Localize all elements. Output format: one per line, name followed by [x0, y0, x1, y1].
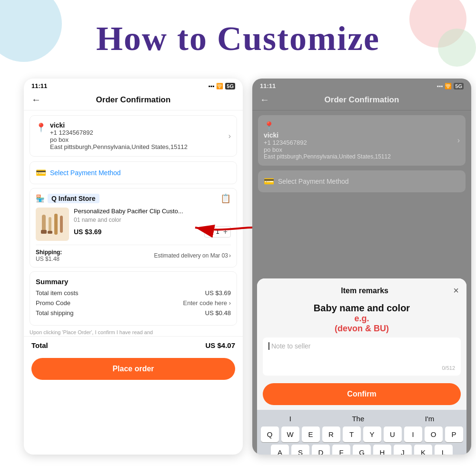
main-title: How to Customize: [0, 19, 476, 59]
suggestion-i[interactable]: I: [289, 415, 291, 423]
shipping-label: Shipping:: [36, 249, 62, 256]
right-address-info: vicki +1 1234567892 po box East pittsbur…: [264, 131, 391, 160]
product-price: US $3.69: [74, 228, 101, 236]
summary-items-row: Total item costs US $3.69: [36, 289, 231, 297]
right-address-section: 📍 vicki +1 1234567892 po box East pittsb…: [258, 115, 466, 166]
keyboard-suggestions: I The I'm: [259, 413, 465, 426]
confirm-button[interactable]: Confirm: [263, 383, 461, 405]
key-q[interactable]: Q: [261, 426, 279, 442]
note-edit-icon[interactable]: 📋: [220, 193, 231, 204]
key-s[interactable]: S: [291, 445, 309, 455]
right-wifi-icon: 🛜: [445, 83, 452, 89]
right-payment-label: Select Payment Method: [278, 178, 349, 185]
shipping-row: Shipping: US $1.48 Estimated delivery on…: [36, 245, 231, 262]
total-value: US $4.07: [205, 341, 235, 349]
right-address-arrow-icon: ›: [457, 136, 460, 145]
left-back-button[interactable]: ←: [31, 94, 41, 105]
left-payment-section[interactable]: 💳 Select Payment Method: [30, 161, 237, 184]
right-cell-icon: 5G: [454, 83, 464, 89]
modal-title: Item remarks: [276, 287, 453, 295]
right-address-phone: +1 1234567892: [264, 139, 391, 146]
left-status-icons: ▪▪▪ 🛜 5G: [208, 83, 235, 89]
annotation-main-text: Baby name and color: [265, 303, 459, 314]
key-y[interactable]: Y: [363, 426, 381, 442]
suggestion-the[interactable]: The: [352, 415, 364, 423]
svg-rect-3: [54, 214, 58, 235]
right-payment-section: 💳 Select Payment Method: [258, 170, 466, 192]
right-back-button[interactable]: ←: [260, 94, 269, 105]
key-o[interactable]: O: [425, 426, 443, 442]
key-l[interactable]: L: [435, 445, 453, 455]
key-e[interactable]: E: [302, 426, 320, 442]
red-arrow-annotation: [181, 213, 257, 244]
payment-icon: 💳: [36, 168, 46, 178]
summary-shipping-label: Total shipping: [36, 309, 74, 317]
left-nav-title: Order Confirmation: [41, 95, 226, 105]
location-icon: 📍: [36, 122, 46, 133]
key-g[interactable]: G: [353, 445, 371, 455]
key-a[interactable]: A: [271, 445, 289, 455]
modal-close-button[interactable]: ×: [453, 285, 459, 296]
annotation-eg-text: e.g. (devon & BU): [265, 314, 459, 334]
key-j[interactable]: J: [394, 445, 412, 455]
place-order-button[interactable]: Place order: [31, 358, 235, 380]
address-name: vicki: [50, 121, 188, 129]
address-street: po box: [50, 136, 188, 143]
left-summary-section: Summary Total item costs US $3.69 Promo …: [30, 271, 237, 326]
summary-promo-row[interactable]: Promo Code Enter code here ›: [36, 299, 231, 307]
key-w[interactable]: W: [281, 426, 299, 442]
keyboard: I The I'm Q W E R T Y U I O P A S D: [257, 410, 466, 455]
wifi-icon: 🛜: [216, 83, 223, 89]
left-status-bar: 11:11 ▪▪▪ 🛜 5G: [24, 79, 243, 91]
summary-items-value: US $3.69: [205, 289, 231, 297]
right-payment-icon: 💳: [264, 176, 274, 187]
product-image: [36, 208, 69, 241]
modal-textarea[interactable]: Note to seller 0/512: [263, 337, 461, 376]
char-count: 0/512: [442, 365, 455, 371]
store-name-wrapper: 🏪 Q Infant Store: [36, 194, 99, 203]
summary-promo-value: Enter code here ›: [183, 299, 231, 307]
right-nav-title: Order Confirmation: [269, 95, 454, 105]
address-info: vicki +1 1234567892 po box East pittsbur…: [50, 121, 188, 150]
left-time: 11:11: [31, 82, 47, 89]
key-u[interactable]: U: [384, 426, 402, 442]
phone-left: 11:11 ▪▪▪ 🛜 5G ← Order Confirmation 📍 vi…: [24, 79, 243, 455]
disclaimer-text: Upon clicking 'Place Order', I confirm I…: [30, 329, 237, 335]
store-header: 🏪 Q Infant Store 📋: [36, 193, 231, 204]
key-r[interactable]: R: [322, 426, 340, 442]
right-nav-bar: ← Order Confirmation: [252, 91, 471, 110]
keyboard-row-2: A S D F G H J K L: [259, 445, 465, 455]
key-h[interactable]: H: [373, 445, 391, 455]
total-bar: Total US $4.07: [24, 336, 243, 354]
right-time: 11:11: [260, 82, 276, 89]
key-i[interactable]: I: [404, 426, 422, 442]
right-location-icon: 📍: [264, 121, 274, 131]
right-status-icons: ▪▪▪ 🛜 5G: [437, 83, 464, 89]
summary-shipping-value: US $0.48: [205, 309, 231, 317]
svg-rect-4: [60, 216, 63, 233]
address-arrow-icon: ›: [228, 132, 231, 140]
address-city: East pittsburgh,Pennsylvania,United Stat…: [50, 143, 188, 150]
right-address-city: East pittsburgh,Pennsylvania,United Stat…: [264, 153, 391, 160]
summary-items-label: Total item costs: [36, 289, 79, 297]
key-p[interactable]: P: [445, 426, 463, 442]
summary-title: Summary: [36, 278, 231, 286]
key-k[interactable]: K: [414, 445, 432, 455]
total-label: Total: [31, 341, 48, 349]
suggestion-im[interactable]: I'm: [425, 415, 435, 423]
summary-promo-label: Promo Code: [36, 299, 70, 307]
left-address-section[interactable]: 📍 vicki +1 1234567892 po box East pittsb…: [30, 115, 237, 157]
right-address-name: vicki: [264, 131, 391, 139]
promo-arrow-icon: ›: [229, 299, 231, 307]
key-t[interactable]: T: [343, 426, 361, 442]
shipping-arrow-icon: ›: [229, 252, 231, 259]
svg-rect-5: [41, 230, 47, 234]
left-nav-bar: ← Order Confirmation: [24, 91, 243, 110]
key-d[interactable]: D: [312, 445, 330, 455]
shipping-delivery-text: Estimated delivery on Mar 03: [154, 252, 228, 259]
store-name-badge: Q Infant Store: [48, 194, 99, 203]
shipping-amount: US $1.48: [36, 256, 62, 262]
right-status-bar: 11:11 ▪▪▪ 🛜 5G: [252, 79, 471, 91]
right-signal-icon: ▪▪▪: [437, 83, 443, 89]
key-f[interactable]: F: [332, 445, 350, 455]
